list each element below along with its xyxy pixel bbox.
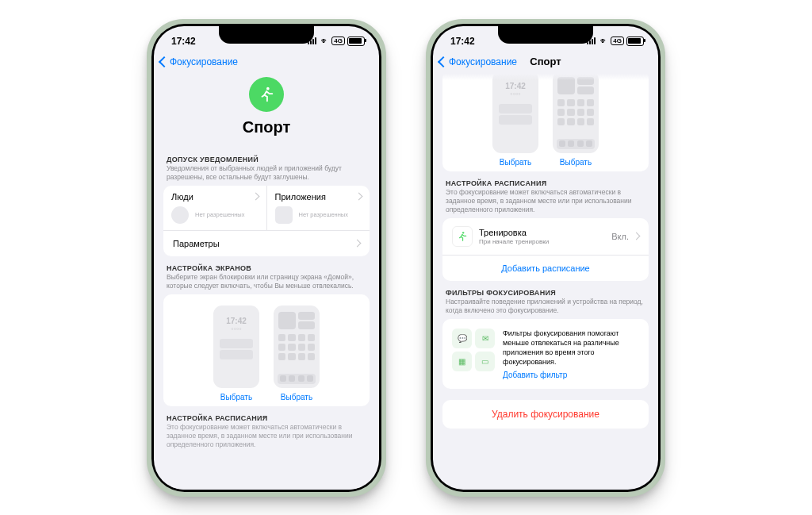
wifi-icon: ᯤ [600,37,608,45]
mail-icon: ✉︎ [475,329,495,348]
filter-blurb: Фильтры фокусирования помогают меньше от… [503,329,639,367]
choose-homescreen-button[interactable]: Выбрать [560,158,592,167]
battery-icon [347,37,365,46]
status-time: 17:42 [171,36,196,47]
focus-hero: Спорт [163,74,370,148]
chevron-right-icon [355,193,363,201]
choose-lockscreen-button[interactable]: Выбрать [500,158,531,167]
add-schedule-button[interactable]: Добавить расписание [442,255,649,281]
back-button[interactable]: Фокусирование [160,56,238,67]
chevron-left-icon [438,56,449,67]
message-icon: 💬 [452,329,472,348]
section-desc-notifications: Уведомления от выбранных людей и приложе… [167,164,366,182]
schedule-workout-row[interactable]: Тренировка При начале тренировки Вкл. [442,218,649,255]
lockscreen-preview[interactable]: 17:42○○○○ Выбрать [213,306,259,402]
schedule-row-title: Тренировка [479,228,549,237]
chevron-right-icon [354,240,362,248]
phone-left: 17:42 ᯤ 4G Фокусирование Спорт ДОПУСК УВ… [147,19,386,497]
section-desc-schedule: Это фокусирование может включаться автом… [446,188,645,214]
section-desc-schedule-partial: Это фокусирование может включаться автом… [167,423,366,449]
schedule-row-subtitle: При начале тренировки [479,238,549,245]
status-time: 17:42 [450,36,475,47]
section-header-screens: НАСТРОЙКА ЭКРАНОВ [167,264,366,272]
schedule-row-state: Вкл. [611,232,629,241]
wifi-icon: ᯤ [321,37,329,45]
notch [498,26,593,44]
section-header-notifications: ДОПУСК УВЕДОМЛЕНИЙ [167,156,366,163]
lockscreen-preview[interactable]: 17:42○○○○ Выбрать [492,74,538,167]
choose-lockscreen-button[interactable]: Выбрать [220,393,252,402]
back-button[interactable]: Фокусирование [439,56,517,67]
filter-icons-grid: 💬✉︎▦▭ [452,329,495,371]
svg-point-0 [266,86,270,90]
section-desc-filters: Настраивайте поведение приложений и устр… [446,298,645,315]
app-placeholder-icon [275,206,293,224]
focus-title: Спорт [243,118,291,136]
chevron-right-icon [251,193,259,201]
network-badge: 4G [611,37,624,45]
section-header-filters: ФИЛЬТРЫ ФОКУСИРОВАНИЯ [446,289,645,297]
add-filter-button[interactable]: Добавить фильтр [503,371,639,379]
nav-bar: Фокусирование Спорт [433,53,658,74]
filter-intro-cell: 💬✉︎▦▭ Фильтры фокусирования помогают мен… [442,319,649,390]
fitness-icon [452,226,473,247]
network-badge: 4G [331,37,345,45]
avatar-placeholder-icon [171,206,189,224]
svg-point-1 [462,232,464,233]
phone-right: 17:42 ᯤ 4G Фокусирование Спорт 17:42○○○○… [426,19,665,497]
calendar-icon: ▦ [452,352,472,371]
homescreen-preview[interactable]: Выбрать [553,74,599,167]
nav-bar: Фокусирование [154,53,379,74]
section-header-schedule: НАСТРОЙКА РАСПИСАНИЯ [167,414,366,422]
notch [219,26,314,44]
fitness-icon [249,77,284,112]
chevron-right-icon [633,233,641,240]
section-header-schedule: НАСТРОЙКА РАСПИСАНИЯ [446,179,645,187]
delete-focus-button[interactable]: Удалить фокусирование [442,400,649,429]
choose-homescreen-button[interactable]: Выбрать [281,393,312,402]
section-desc-screens: Выберите экран блокировки или страницу э… [167,273,366,290]
battery-half-icon: ▭ [475,352,495,371]
homescreen-preview[interactable]: Выбрать [274,306,320,402]
chevron-left-icon [159,56,170,67]
options-row[interactable]: Параметры [163,230,370,256]
allowed-apps-cell[interactable]: Приложения Нет разрешенных [267,186,370,230]
allowed-people-cell[interactable]: Люди Нет разрешенных [163,186,267,230]
battery-icon [626,37,644,46]
